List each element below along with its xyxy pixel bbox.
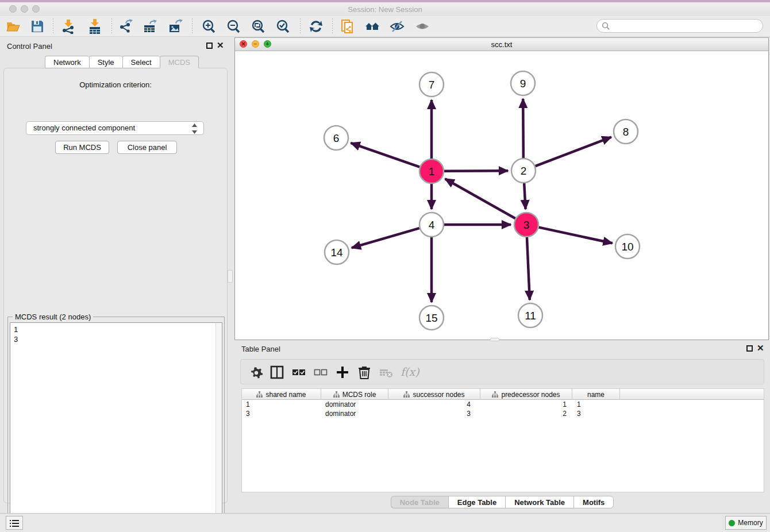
zoom-selected-icon[interactable] [275, 19, 290, 34]
node-table[interactable]: shared name MCDS role successor nodes pr… [241, 388, 764, 492]
search-input[interactable] [612, 20, 759, 32]
sort-icon [256, 391, 263, 398]
close-panel-button[interactable]: Close panel [117, 141, 177, 154]
column-header-successor-nodes[interactable]: successor nodes [388, 389, 480, 400]
graph-edge-3-1[interactable] [445, 179, 515, 218]
tab-network-table[interactable]: Network Table [505, 496, 573, 508]
toolbar-divider [300, 18, 301, 34]
search-box[interactable] [596, 19, 763, 33]
network-window-title: scc.txt [235, 40, 768, 49]
tab-motifs[interactable]: Motifs [573, 496, 614, 508]
result-line: 3 [14, 334, 218, 344]
main-toolbar [0, 16, 770, 37]
table-panel-title: Table Panel [241, 345, 280, 353]
export-table-icon[interactable] [143, 19, 157, 34]
graph-edge-1-6[interactable] [351, 143, 419, 167]
criterion-select[interactable]: strongly connected component [26, 121, 204, 135]
graph-edge-2-8[interactable] [536, 137, 611, 167]
graph-edge-4-14[interactable] [352, 228, 419, 248]
hide-eye-icon[interactable] [390, 19, 405, 34]
delete-column-icon[interactable] [379, 365, 394, 380]
column-header-shared-name[interactable]: shared name [242, 389, 321, 400]
export-image-icon[interactable] [168, 19, 183, 34]
graph-node-label-15: 15 [425, 312, 437, 324]
graph-edge-1-2[interactable] [444, 171, 508, 171]
duplicate-network-icon[interactable] [340, 19, 355, 34]
network-window-titlebar[interactable]: ✕ − + scc.txt [235, 38, 768, 51]
cell-mcds-role: dominator [321, 409, 388, 418]
run-mcds-button[interactable]: Run MCDS [55, 141, 109, 154]
network-graph-canvas[interactable]: 7968124314101511 [235, 51, 768, 340]
gear-icon[interactable] [249, 365, 264, 380]
columns-icon[interactable] [270, 365, 284, 380]
tab-edge-table[interactable]: Edge Table [448, 496, 505, 508]
status-bar: Memory [0, 513, 770, 532]
table-header-row: shared name MCDS role successor nodes pr… [242, 389, 764, 400]
zoom-out-icon[interactable] [226, 19, 241, 34]
sort-icon [403, 391, 410, 398]
app-titlebar: Session: New Session [0, 2, 770, 16]
app-title: Session: New Session [0, 5, 770, 14]
toolbar-divider [111, 18, 112, 34]
column-header-predecessor-nodes[interactable]: predecessor nodes [480, 389, 572, 400]
select-arrows-icon [191, 124, 198, 134]
tab-node-table[interactable]: Node Table [391, 496, 448, 508]
result-scrollbar[interactable] [215, 323, 222, 530]
zoom-in-icon[interactable] [201, 19, 216, 34]
control-panel: Control Panel ✕ Network Style Select MCD… [0, 37, 231, 509]
vertical-splitter-grip[interactable] [228, 270, 233, 283]
table-row[interactable]: 1 dominator 4 1 1 [242, 400, 764, 409]
import-network-icon[interactable] [61, 19, 76, 34]
cell-name: 3 [572, 409, 620, 418]
graph-node-label-4: 4 [429, 219, 435, 231]
mcds-result-group: MCDS result (2 nodes) 1 3 [7, 317, 225, 532]
graph-edges [351, 99, 612, 302]
sort-icon [333, 391, 340, 398]
function-builder-button[interactable]: f(x) [401, 365, 419, 378]
save-icon[interactable] [30, 19, 45, 34]
delete-icon[interactable] [357, 365, 372, 380]
graph-node-label-10: 10 [621, 241, 633, 253]
table-panel-tabs: Node Table Edge Table Network Table Moti… [234, 496, 770, 508]
table-row[interactable]: 3 dominator 3 2 3 [242, 409, 764, 418]
memory-button[interactable]: Memory [725, 516, 767, 530]
task-history-button[interactable] [6, 516, 23, 530]
tab-select[interactable]: Select [122, 56, 160, 68]
select-all-icon[interactable] [291, 365, 306, 380]
column-header-name[interactable]: name [572, 389, 620, 400]
tab-network[interactable]: Network [45, 56, 89, 68]
close-table-panel-icon[interactable]: ✕ [757, 343, 764, 353]
column-header-mcds-role[interactable]: MCDS role [321, 389, 388, 400]
cell-successor-nodes: 4 [388, 400, 480, 409]
graph-edge-3-10[interactable] [539, 228, 613, 244]
toolbar-divider [53, 18, 53, 34]
graph-node-label-2: 2 [521, 165, 527, 177]
graph-node-label-9: 9 [520, 78, 526, 90]
close-panel-icon[interactable]: ✕ [217, 40, 224, 51]
network-view-window: ✕ − + scc.txt 7968124314101511 [234, 37, 769, 340]
float-table-panel-icon[interactable] [746, 345, 753, 352]
folder-open-icon[interactable] [6, 19, 21, 34]
graph-node-label-3: 3 [523, 219, 530, 231]
show-eye-icon[interactable] [415, 19, 430, 34]
control-panel-tabs: Network Style Select MCDS [45, 56, 199, 68]
zoom-fit-icon[interactable] [251, 19, 265, 34]
mcds-result-text[interactable]: 1 3 [10, 322, 222, 531]
add-icon[interactable] [335, 365, 350, 380]
import-table-icon[interactable] [87, 19, 102, 34]
deselect-all-icon[interactable] [313, 365, 328, 380]
refresh-icon[interactable] [309, 19, 324, 34]
graph-edge-2-3[interactable] [524, 183, 525, 209]
graph-edge-3-11[interactable] [527, 237, 530, 300]
cell-predecessor-nodes: 1 [480, 400, 572, 409]
tab-style[interactable]: Style [89, 56, 122, 68]
float-panel-icon[interactable] [206, 43, 213, 49]
graph-node-label-11: 11 [525, 310, 536, 322]
export-network-icon[interactable] [118, 19, 133, 34]
toolbar-divider [332, 18, 333, 34]
tab-mcds[interactable]: MCDS [160, 56, 199, 68]
table-panel: Table Panel ✕ f(x) [234, 341, 770, 511]
graph-edge-2-9[interactable] [523, 99, 523, 158]
home-views-icon[interactable] [365, 19, 380, 34]
sort-icon [492, 391, 498, 398]
